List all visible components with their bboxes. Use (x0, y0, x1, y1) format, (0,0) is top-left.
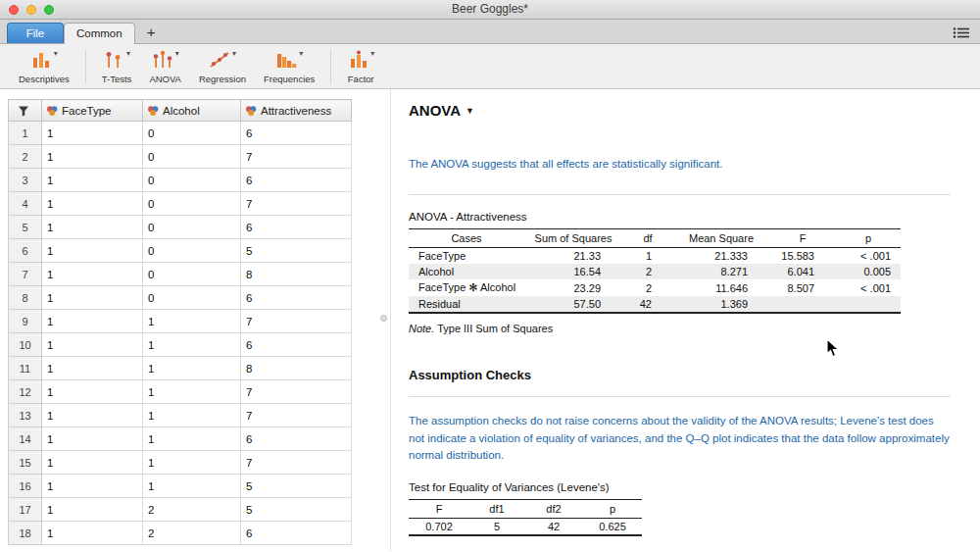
row-number: 10 (9, 333, 42, 357)
data-cell[interactable]: 1 (42, 427, 143, 451)
data-cell[interactable]: 1 (42, 216, 143, 239)
data-cell[interactable]: 1 (42, 169, 143, 192)
data-cell[interactable]: 2 (143, 522, 241, 545)
anova-table-head-row: CasesSum of SquaresdfMean SquareFp (409, 229, 901, 248)
data-cell[interactable]: 1 (42, 122, 143, 145)
data-cell[interactable]: 7 (241, 451, 352, 475)
data-cell[interactable]: 0 (143, 192, 241, 216)
data-cell[interactable]: 1 (143, 357, 241, 380)
t-tests-icon (103, 49, 124, 71)
data-cell[interactable]: 1 (143, 475, 241, 498)
table-cell (769, 296, 836, 313)
data-cell[interactable]: 5 (241, 475, 352, 498)
results-menu-icon[interactable] (953, 25, 970, 43)
data-cell[interactable]: 6 (241, 427, 352, 451)
data-cell[interactable]: 6 (241, 169, 352, 192)
row-number: 3 (9, 169, 42, 192)
data-cell[interactable]: 1 (42, 239, 143, 263)
data-cell[interactable]: 1 (42, 263, 143, 286)
data-cell[interactable]: 1 (42, 357, 143, 380)
ribbon-frequencies[interactable]: ▾ Frequencies (255, 49, 323, 84)
chevron-down-icon: ▼ (466, 106, 474, 116)
ribbon-descriptives[interactable]: ▾ Descriptives (10, 49, 78, 84)
data-cell[interactable]: 1 (42, 451, 143, 475)
data-cell[interactable]: 1 (42, 333, 143, 357)
column-header-facetype[interactable]: FaceType (42, 100, 143, 122)
data-cell[interactable]: 5 (241, 498, 352, 522)
table-cell: 42 (524, 519, 583, 536)
data-cell[interactable]: 7 (241, 380, 352, 404)
column-header: Sum of Squares (524, 229, 622, 248)
data-cell[interactable]: 1 (42, 404, 143, 427)
data-cell[interactable]: 1 (143, 404, 241, 427)
ribbon-factor[interactable]: ▾ Factor (338, 49, 383, 84)
filter-column-header[interactable] (9, 100, 42, 122)
data-cell[interactable]: 0 (143, 169, 241, 192)
tab-common[interactable]: Common (64, 23, 135, 44)
data-cell[interactable]: 8 (241, 263, 352, 286)
splitter-handle[interactable] (380, 315, 387, 322)
column-header-attractiveness[interactable]: Attractiveness (241, 100, 352, 122)
data-cell[interactable]: 6 (241, 122, 352, 145)
ribbon-label: T-Tests (102, 74, 132, 84)
data-cell[interactable]: 7 (241, 145, 352, 169)
table-row: FaceType21.33121.33315.583< .001 (409, 248, 901, 265)
data-cell[interactable]: 1 (42, 498, 143, 522)
data-cell[interactable]: 1 (42, 380, 143, 404)
ribbon-label: Regression (199, 74, 246, 84)
data-cell[interactable]: 1 (42, 192, 143, 216)
data-cell[interactable]: 5 (241, 239, 352, 263)
data-cell[interactable]: 7 (241, 404, 352, 427)
data-cell[interactable]: 1 (143, 380, 241, 404)
data-row: 12117 (9, 380, 352, 404)
data-cell[interactable]: 8 (241, 357, 352, 380)
row-number: 2 (9, 145, 42, 169)
data-row: 6105 (9, 239, 352, 263)
data-cell[interactable]: 0 (143, 263, 241, 286)
data-cell[interactable]: 0 (143, 239, 241, 263)
table-cell: 0.005 (836, 264, 901, 279)
data-cell[interactable]: 6 (241, 522, 352, 545)
data-cell[interactable]: 2 (143, 498, 241, 522)
chevron-down-icon: ▾ (54, 49, 58, 58)
ribbon-regression[interactable]: ▾ Regression (190, 49, 255, 84)
data-cell[interactable]: 0 (143, 122, 241, 145)
measure-level-icon (245, 105, 257, 117)
data-cell[interactable]: 0 (143, 286, 241, 310)
tab-file[interactable]: File (7, 23, 64, 43)
minimize-window-button[interactable] (26, 5, 36, 15)
data-cell[interactable]: 0 (143, 145, 241, 169)
data-cell[interactable]: 6 (241, 286, 352, 310)
anova-section-title[interactable]: ANOVA▼ (409, 102, 951, 119)
data-cell[interactable]: 7 (241, 192, 352, 216)
table-cell: 21.333 (673, 248, 769, 265)
data-cell[interactable]: 6 (241, 333, 352, 357)
ribbon-anova[interactable]: ▾ ANOVA (140, 49, 190, 84)
data-cell[interactable]: 1 (42, 145, 143, 169)
add-tab-button[interactable]: + (135, 23, 168, 43)
zoom-window-button[interactable] (44, 5, 54, 15)
table-cell: 0.625 (583, 519, 642, 536)
ribbon-t-tests[interactable]: ▾ T-Tests (93, 49, 141, 84)
panel-splitter[interactable] (353, 89, 390, 551)
data-cell[interactable]: 0 (143, 216, 241, 239)
close-window-button[interactable] (9, 5, 19, 15)
data-cell[interactable]: 1 (42, 522, 143, 545)
data-cell[interactable]: 7 (241, 310, 352, 333)
data-cell[interactable]: 1 (143, 451, 241, 475)
data-cell[interactable]: 6 (241, 216, 352, 239)
column-header: F (769, 229, 836, 248)
data-cell[interactable]: 1 (143, 310, 241, 333)
data-cell[interactable]: 1 (143, 333, 241, 357)
row-number: 18 (9, 522, 42, 545)
column-header-alcohol[interactable]: Alcohol (143, 100, 241, 122)
data-cell[interactable]: 1 (143, 427, 241, 451)
assumption-checks-heading[interactable]: Assumption Checks (409, 368, 951, 382)
data-cell[interactable]: 1 (42, 475, 143, 498)
data-cell[interactable]: 1 (42, 286, 143, 310)
table-cell: 16.54 (524, 264, 622, 279)
table-row: FaceType ✻ Alcohol23.29211.6468.507< .00… (409, 279, 901, 296)
levene-table-head-row: Fdf1df2p (409, 500, 642, 519)
data-row: 11118 (9, 357, 352, 380)
data-cell[interactable]: 1 (42, 310, 143, 333)
